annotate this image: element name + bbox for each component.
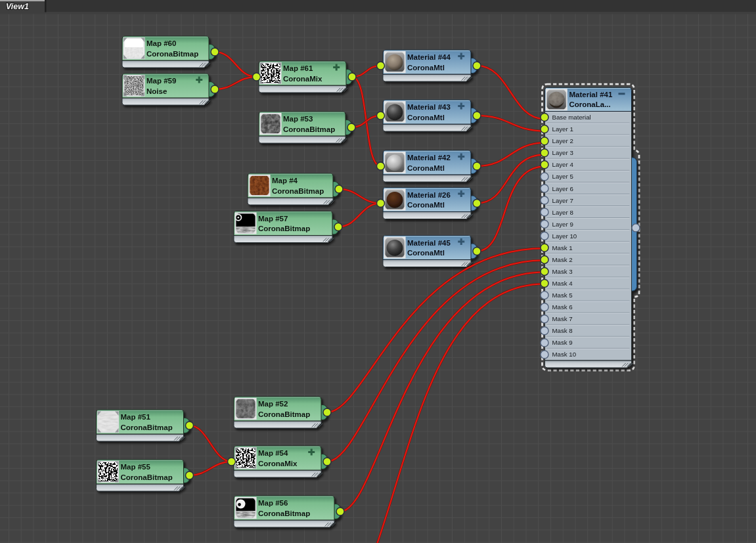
svg-text:Material #43: Material #43	[407, 103, 451, 111]
svg-text:Map #61: Map #61	[283, 64, 313, 72]
svg-text:Material #42: Material #42	[407, 154, 451, 162]
svg-text:Layer 8: Layer 8	[552, 209, 573, 216]
svg-text:CoronaBitmap: CoronaBitmap	[283, 125, 335, 133]
svg-text:Mask 8: Mask 8	[552, 327, 573, 334]
svg-text:Map #4: Map #4	[272, 177, 298, 185]
svg-text:Layer 7: Layer 7	[552, 197, 573, 204]
svg-text:Map #57: Map #57	[258, 215, 288, 223]
svg-text:Layer 3: Layer 3	[552, 149, 573, 156]
svg-text:Material #41: Material #41	[569, 91, 613, 98]
svg-text:Layer 6: Layer 6	[552, 185, 573, 192]
svg-text:Map #52: Map #52	[258, 400, 288, 408]
svg-text:CoronaMix: CoronaMix	[283, 75, 322, 83]
svg-text:Mask 9: Mask 9	[552, 339, 573, 346]
svg-text:Map #56: Map #56	[258, 499, 288, 507]
svg-text:Map #53: Map #53	[283, 115, 313, 123]
svg-text:Mask 2: Mask 2	[552, 256, 573, 263]
svg-text:CoronaBitmap: CoronaBitmap	[272, 187, 324, 195]
svg-text:CoronaMtl: CoronaMtl	[407, 249, 445, 257]
svg-text:Mask 4: Mask 4	[552, 280, 573, 287]
svg-text:Mask 5: Mask 5	[552, 292, 573, 299]
svg-text:CoronaBitmap: CoronaBitmap	[146, 50, 198, 58]
svg-text:Material #44: Material #44	[407, 53, 451, 61]
svg-text:CoronaMix: CoronaMix	[258, 460, 298, 467]
svg-text:Layer 4: Layer 4	[552, 161, 574, 168]
svg-text:Layer 5: Layer 5	[552, 173, 573, 180]
svg-text:CoronaBitmap: CoronaBitmap	[258, 225, 310, 232]
svg-text:Mask 1: Mask 1	[552, 244, 573, 251]
svg-text:Map #59: Map #59	[146, 77, 176, 85]
svg-text:CoronaMtl: CoronaMtl	[407, 164, 445, 172]
svg-text:CoronaBitmap: CoronaBitmap	[121, 473, 173, 481]
svg-text:CoronaMtl: CoronaMtl	[407, 114, 445, 121]
svg-text:Map #51: Map #51	[121, 413, 151, 421]
svg-text:Material #45: Material #45	[407, 239, 451, 247]
svg-text:CoronaMtl: CoronaMtl	[407, 201, 445, 209]
svg-text:CoronaBitmap: CoronaBitmap	[258, 510, 310, 517]
svg-text:Map #60: Map #60	[146, 39, 176, 47]
svg-text:Mask 6: Mask 6	[552, 303, 573, 311]
svg-text:Layer 10: Layer 10	[552, 232, 577, 240]
svg-text:CoronaBitmap: CoronaBitmap	[121, 424, 173, 431]
svg-text:Layer 2: Layer 2	[552, 137, 573, 144]
svg-text:Map #54: Map #54	[258, 449, 288, 457]
svg-text:Mask 10: Mask 10	[552, 351, 577, 358]
svg-text:Layer 1: Layer 1	[552, 125, 573, 133]
svg-text:CoronaMtl: CoronaMtl	[407, 64, 445, 72]
svg-text:Material #26: Material #26	[407, 191, 451, 199]
svg-text:Base material: Base material	[552, 114, 591, 121]
svg-text:CoronaBitmap: CoronaBitmap	[258, 410, 310, 418]
svg-text:Mask 7: Mask 7	[552, 315, 573, 322]
svg-text:Noise: Noise	[146, 87, 167, 95]
svg-text:View1: View1	[6, 2, 29, 11]
svg-text:Map #55: Map #55	[121, 463, 151, 471]
svg-text:Mask 3: Mask 3	[552, 268, 573, 275]
svg-text:Layer 9: Layer 9	[552, 221, 573, 228]
svg-text:CoronaLa...: CoronaLa...	[569, 100, 611, 108]
